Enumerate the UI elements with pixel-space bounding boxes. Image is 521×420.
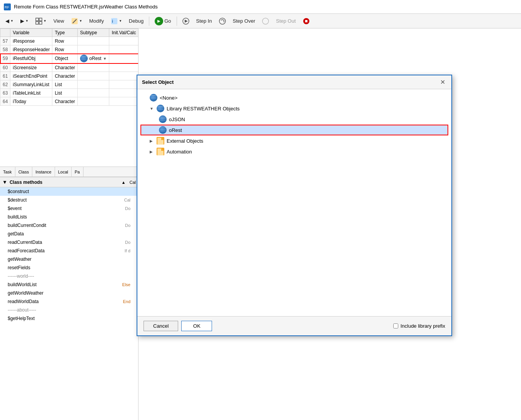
- tree-item-automation[interactable]: ▶ Automation: [140, 146, 448, 157]
- debug-icon-button[interactable]: i ▼: [109, 17, 124, 25]
- table-row[interactable]: 57 iResponse Row: [0, 37, 139, 45]
- subtype-59[interactable]: oRest ▼: [78, 54, 109, 63]
- method-readCurrentData[interactable]: readCurrentData Do: [0, 238, 138, 247]
- method-getData[interactable]: getData: [0, 230, 138, 238]
- debug-icon: i: [111, 18, 118, 25]
- expand-automation-icon[interactable]: ▶: [150, 150, 154, 154]
- forward-button[interactable]: ▶ ▼: [18, 17, 31, 25]
- go-label: Go: [164, 18, 171, 24]
- method-name-getHelpText: $getHelpText: [8, 316, 35, 321]
- stepout-icon-button[interactable]: [260, 17, 271, 25]
- method-buildCurrentCondit[interactable]: buildCurrentCondit Do: [0, 221, 138, 230]
- subtype-value-59: oRest: [89, 56, 101, 61]
- method-getHelpText[interactable]: $getHelpText: [0, 314, 138, 323]
- method-name-construct: $construct: [8, 189, 29, 194]
- method-construct[interactable]: $construct: [0, 187, 138, 196]
- dialog-close-button[interactable]: ✕: [439, 78, 447, 86]
- tab-task[interactable]: Task: [0, 167, 15, 177]
- tree-item-library[interactable]: ▼ Library RESTWEATHER Objects: [140, 103, 448, 114]
- modify-dropdown-icon: ▼: [79, 19, 82, 23]
- tab-local[interactable]: Local: [55, 167, 72, 177]
- table-row[interactable]: 64 iToday Character: [0, 97, 139, 106]
- col-subtype: Subtype: [78, 29, 109, 37]
- method-name-getData: getData: [8, 231, 24, 237]
- variables-table: Variable Type Subtype Init.Val/Calc Desc…: [0, 28, 138, 167]
- dialog-footer: Cancel OK Include library prefix: [137, 316, 451, 335]
- row-num-57: 57: [0, 37, 10, 45]
- stepin-icon-button[interactable]: [180, 17, 192, 25]
- method-getWeather[interactable]: getWeather: [0, 255, 138, 263]
- library-globe-icon: [157, 105, 164, 112]
- collapse-arrow[interactable]: ▼: [2, 179, 7, 185]
- select-object-dialog[interactable]: Select Object ✕ <None> ▼ Library RESTWEA…: [137, 75, 452, 336]
- panel-header: ▼ Class methods ▲ Cal: [0, 177, 138, 187]
- include-library-prefix-label: Include library prefix: [401, 323, 445, 329]
- method-readWorldData[interactable]: readWorldData End: [0, 297, 138, 306]
- method-code-event: Do: [125, 206, 130, 211]
- table-row[interactable]: 63 iTableLinkList List: [0, 89, 139, 97]
- stepout-button[interactable]: Step Out: [274, 17, 298, 25]
- type-row-61: Character: [52, 72, 78, 80]
- dropdown-arrow-59[interactable]: ▼: [103, 57, 107, 61]
- method-event[interactable]: $event Do: [0, 204, 138, 213]
- include-library-prefix-checkbox[interactable]: [393, 323, 398, 328]
- method-name-event: $event: [8, 206, 22, 211]
- method-readForecastData[interactable]: readForecastData If d: [0, 247, 138, 255]
- external-label: External Objects: [167, 138, 203, 144]
- method-destruct[interactable]: $destruct Cal: [0, 196, 138, 204]
- cancel-button[interactable]: Cancel: [144, 321, 178, 331]
- method-getWorldWeather[interactable]: getWorldWeather: [0, 289, 138, 297]
- panel-col-label: ▲: [122, 180, 126, 185]
- method-name-getWorldWeather: getWorldWeather: [8, 290, 43, 296]
- svg-rect-5: [39, 22, 42, 24]
- tab-pa[interactable]: Pa: [72, 167, 83, 177]
- method-name-readForecastData: readForecastData: [8, 248, 45, 253]
- stop-button[interactable]: [301, 17, 312, 25]
- grid-view-button[interactable]: ▼: [33, 17, 49, 25]
- table-row[interactable]: 60 iScreensize Character: [0, 63, 139, 72]
- tab-class[interactable]: Class: [15, 167, 33, 177]
- pencil-icon: [71, 18, 78, 25]
- method-resetFields[interactable]: resetFields: [0, 263, 138, 272]
- tree-item-ojson[interactable]: oJSON: [140, 114, 448, 125]
- table-row[interactable]: 62 iSummaryLinkList List: [0, 80, 139, 89]
- table-row[interactable]: 58 iResponseHeader Row: [0, 45, 139, 54]
- ok-button[interactable]: OK: [181, 321, 212, 331]
- external-script-icon: [157, 137, 164, 145]
- initval-59: [109, 54, 138, 63]
- back-button[interactable]: ◀ ▼: [3, 17, 16, 25]
- stepover-button[interactable]: Step Over: [230, 17, 258, 25]
- stepover-icon: [219, 18, 226, 25]
- type-row-63: List: [52, 89, 78, 97]
- expand-external-icon[interactable]: ▶: [150, 139, 154, 143]
- tabs-row: Task Class Instance Local Pa: [0, 167, 138, 177]
- modify-icon-button[interactable]: ▼: [69, 17, 85, 25]
- go-button[interactable]: ▶ Go: [152, 16, 173, 26]
- table-row[interactable]: 61 iSearchEndPoint Character: [0, 72, 139, 80]
- initval-57: [109, 37, 138, 45]
- svg-marker-11: [185, 20, 188, 23]
- stepin-button[interactable]: Step In: [194, 17, 214, 25]
- method-buildLists[interactable]: buildLists: [0, 213, 138, 221]
- stepover-icon-button[interactable]: [217, 17, 228, 25]
- tree-item-external[interactable]: ▶ External Objects: [140, 135, 448, 146]
- table-row-59[interactable]: 59 iRestfulObj Object oRest ▼: [0, 54, 139, 63]
- dialog-content[interactable]: <None> ▼ Library RESTWEATHER Objects oJS…: [137, 89, 451, 316]
- row-num-63: 63: [0, 89, 10, 97]
- tab-instance[interactable]: Instance: [32, 167, 55, 177]
- var-iResponseHeader: iResponseHeader: [10, 45, 52, 54]
- tree-item-none[interactable]: <None>: [140, 92, 448, 103]
- row-num-64: 64: [0, 97, 10, 106]
- modify-button[interactable]: Modify: [87, 17, 106, 25]
- method-buildWorldList[interactable]: buildWorldList Else: [0, 280, 138, 289]
- svg-rect-16: [305, 20, 307, 22]
- stepout-icon: [262, 18, 269, 25]
- row-num-62: 62: [0, 80, 10, 89]
- debug-button[interactable]: Debug: [127, 17, 146, 25]
- view-dropdown-icon: ▼: [43, 19, 47, 23]
- expand-library-icon[interactable]: ▼: [150, 107, 154, 111]
- view-button[interactable]: View: [51, 17, 67, 25]
- tree-item-orest[interactable]: oRest: [140, 125, 448, 135]
- var-iResponse: iResponse: [10, 37, 52, 45]
- var-iSearchEndPoint: iSearchEndPoint: [10, 72, 52, 80]
